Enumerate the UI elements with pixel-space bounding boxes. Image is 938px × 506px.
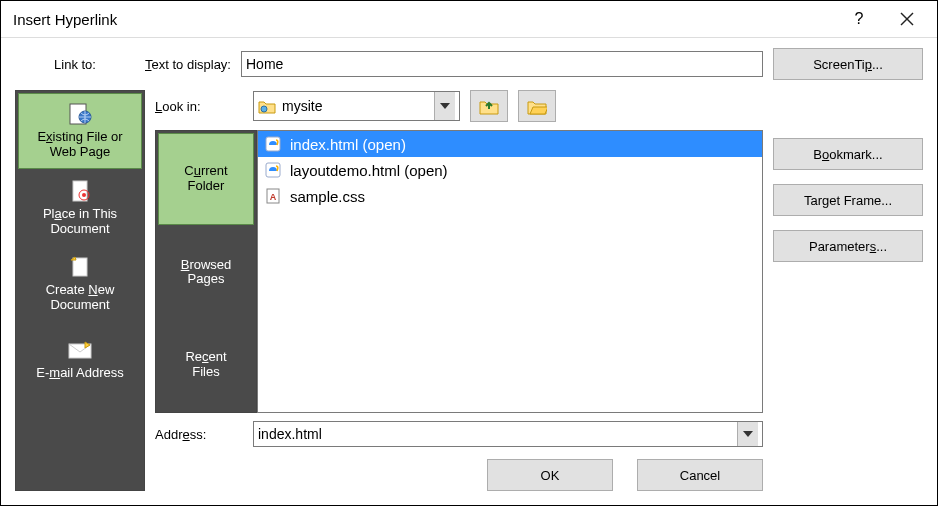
browse-button[interactable] <box>518 90 556 122</box>
linkto-create-new[interactable]: Create New Document <box>18 247 142 321</box>
address-value: index.html <box>258 426 737 442</box>
css-file-icon: A <box>264 187 282 205</box>
cancel-button[interactable]: Cancel <box>637 459 763 491</box>
screentip-button[interactable]: ScreenTip... <box>773 48 923 80</box>
tab-browsed-pages[interactable]: Browsed Pages <box>158 227 254 317</box>
titlebar: Insert Hyperlink ? <box>1 1 937 38</box>
globe-page-icon <box>66 102 94 126</box>
folder-up-icon <box>479 97 499 115</box>
up-folder-button[interactable] <box>470 90 508 122</box>
help-button[interactable]: ? <box>837 4 881 34</box>
browse-tabs: Current Folder Browsed Pages <box>155 130 257 413</box>
close-icon <box>900 12 914 26</box>
close-button[interactable] <box>885 4 929 34</box>
look-in-value: mysite <box>282 98 434 114</box>
file-name: index.html (open) <box>290 136 406 153</box>
tab-current-folder[interactable]: Current Folder <box>158 133 254 225</box>
linkto-existing-file[interactable]: Existing File or Web Page <box>18 93 142 169</box>
parameters-button[interactable]: Parameters... <box>773 230 923 262</box>
document-target-icon <box>66 179 94 203</box>
svg-point-6 <box>82 193 86 197</box>
link-to-panel: Existing File or Web Page Place in This <box>15 90 145 491</box>
link-to-list: Existing File or Web Page Place in This <box>15 90 145 491</box>
chevron-down-icon <box>434 92 455 120</box>
side-buttons: Bookmark... Target Frame... Parameters..… <box>773 90 923 491</box>
look-in-label: Look in: <box>155 99 243 114</box>
mail-icon <box>66 338 94 362</box>
svg-rect-7 <box>73 258 87 276</box>
dialog-title: Insert Hyperlink <box>13 11 833 28</box>
svg-point-9 <box>261 106 267 112</box>
file-item[interactable]: layoutdemo.html (open) <box>258 157 762 183</box>
file-list[interactable]: index.html (open) layoutdemo.html (open <box>257 130 763 413</box>
file-name: layoutdemo.html (open) <box>290 162 448 179</box>
text-to-display-label: Text to display: <box>145 57 231 72</box>
text-to-display-input[interactable] <box>241 51 763 77</box>
ok-button[interactable]: OK <box>487 459 613 491</box>
bookmark-button[interactable]: Bookmark... <box>773 138 923 170</box>
address-label: Address: <box>155 427 243 442</box>
address-combo[interactable]: index.html <box>253 421 763 447</box>
look-in-combo[interactable]: mysite <box>253 91 460 121</box>
folder-open-icon <box>527 97 547 115</box>
linkto-place-in-doc[interactable]: Place in This Document <box>18 171 142 245</box>
link-to-label: Link to: <box>15 57 135 72</box>
file-item[interactable]: A sample.css <box>258 183 762 209</box>
svg-text:A: A <box>270 192 277 202</box>
ie-icon <box>264 135 282 153</box>
folder-icon <box>258 98 276 114</box>
target-frame-button[interactable]: Target Frame... <box>773 184 923 216</box>
insert-hyperlink-dialog: Insert Hyperlink ? Link to: Text to disp… <box>0 0 938 506</box>
chevron-down-icon <box>737 422 758 446</box>
linkto-email[interactable]: E-mail Address <box>18 323 142 397</box>
ie-icon <box>264 161 282 179</box>
tab-recent-files[interactable]: Recent Files <box>158 320 254 410</box>
document-new-icon <box>66 255 94 279</box>
file-item[interactable]: index.html (open) <box>258 131 762 157</box>
file-name: sample.css <box>290 188 365 205</box>
